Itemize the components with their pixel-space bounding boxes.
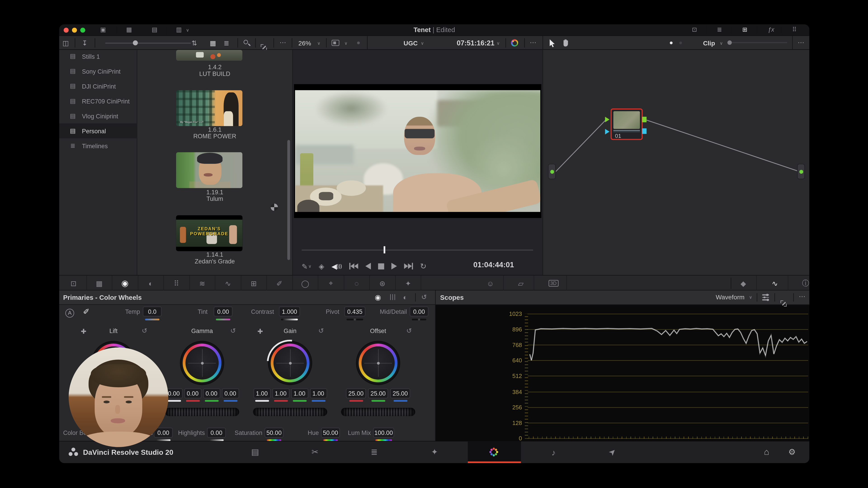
power-windows-icon[interactable]: ◯ <box>292 275 318 291</box>
split-screen-icon[interactable] <box>332 40 339 46</box>
panel-resize-handle[interactable] <box>271 203 278 211</box>
secondary-slider[interactable] <box>156 439 170 441</box>
hdr-wheels-icon[interactable]: ◐ <box>138 275 164 291</box>
thumb-size-slider[interactable] <box>105 43 191 44</box>
sidebar-item-vlog-ciniprint[interactable]: ▤ Vlog Ciniprint <box>59 108 137 123</box>
stop-button[interactable] <box>378 263 384 269</box>
sidebar-item-dji-ciniprint[interactable]: ▤ DJI CiniPrint <box>59 78 137 94</box>
color-warper-icon[interactable]: ⊞ <box>241 275 267 291</box>
wheel-channel-value[interactable]: 25.00 <box>391 388 410 398</box>
play-button[interactable] <box>391 263 397 269</box>
chevron-down-icon[interactable]: ∨ <box>421 41 424 46</box>
key-output-port[interactable] <box>642 128 647 134</box>
effects-fx-icon[interactable]: ƒx <box>768 26 774 33</box>
secondary-slider[interactable] <box>323 439 338 441</box>
mixer-icon[interactable]: ≣ <box>717 26 722 33</box>
hand-tool-icon[interactable] <box>562 39 569 47</box>
chevron-down-icon[interactable]: ∨ <box>749 295 752 300</box>
adjustment-slider[interactable] <box>346 319 363 320</box>
adjustment-slider[interactable] <box>281 319 298 320</box>
chevron-down-icon[interactable]: ∨ <box>344 41 347 46</box>
scope-options-icon[interactable]: ⋯ <box>799 293 806 300</box>
wheel-reset-icon[interactable]: ↺ <box>230 327 236 335</box>
node-mode-selector[interactable]: Clip <box>703 40 715 46</box>
info-icon[interactable]: ⓘ <box>793 275 818 291</box>
timeline-monitor-icon[interactable]: ⊡ <box>692 26 697 33</box>
gamma-master-wheel[interactable] <box>165 408 239 416</box>
gallery-still-1.14.1[interactable]: ZEDAN'S POWERGRADE <box>176 215 243 251</box>
rgb-input-port[interactable] <box>605 117 610 122</box>
sidebar-toggle-icon[interactable]: ◫ <box>63 39 69 47</box>
rgb-mixer-icon[interactable]: ⠿ <box>164 275 190 291</box>
node-zoom-slider[interactable] <box>732 42 787 43</box>
cut-page-button[interactable]: ✂ <box>303 441 327 463</box>
sort-icon[interactable]: ⇅ <box>191 39 197 47</box>
step-back-button[interactable] <box>365 263 371 269</box>
gallery-still-1.6.1[interactable]: My "Megan Fox" LUT <box>176 90 243 126</box>
motion-effects-icon[interactable]: ≋ <box>190 275 215 291</box>
grab-still-button[interactable]: ✐∨ <box>301 262 311 270</box>
wheel-reset-icon[interactable]: ↺ <box>318 327 324 335</box>
wheel-channel-value[interactable]: 25.00 <box>368 388 388 398</box>
wheel-channel-value[interactable]: 1.00 <box>253 388 270 398</box>
fusion-page-button[interactable]: ✦ <box>423 441 447 463</box>
chevron-down-icon[interactable]: ∨ <box>317 41 320 46</box>
settings-gear-icon[interactable]: ⚙ <box>788 447 796 457</box>
secondary-value[interactable]: 0.00 <box>154 428 173 437</box>
fullscreen-gallery-icon[interactable] <box>260 44 267 51</box>
playhead[interactable] <box>383 246 385 254</box>
thumb-size-slider-knob[interactable] <box>133 40 138 45</box>
search-icon[interactable] <box>244 40 248 44</box>
open-fx-icon[interactable]: ✦ <box>396 275 421 291</box>
gain-master-wheel[interactable] <box>253 408 327 416</box>
sidebar-item-personal[interactable]: ▤ Personal <box>59 123 137 138</box>
key-input-port[interactable] <box>605 129 610 134</box>
log-wheels-icon[interactable]: ◐ <box>403 293 407 302</box>
sidebar-item-stills-1[interactable]: ▤ Stills 1 <box>59 49 137 64</box>
viewer-video[interactable] <box>294 84 541 218</box>
wheel-reset-icon[interactable]: ↺ <box>142 327 147 335</box>
qualifier-icon[interactable]: ✐ <box>267 275 292 291</box>
sidebar-item-timelines[interactable]: ≣ Timelines <box>59 138 137 153</box>
import-still-icon[interactable]: ↧ <box>82 39 88 47</box>
adjustment-slider[interactable] <box>216 319 230 320</box>
adjustment-value[interactable]: 0.00 <box>410 306 428 317</box>
wheel-channel-value[interactable]: 0.00 <box>203 388 220 398</box>
color-wheels-icon[interactable]: ◉ <box>112 275 138 291</box>
lightbox-grid-icon[interactable]: ⠿ <box>792 26 797 33</box>
scope-mode-selector[interactable]: Waveform <box>716 294 745 300</box>
tracker-icon[interactable]: ⌖ <box>318 275 344 291</box>
wheel-channel-value[interactable]: 1.00 <box>310 388 327 398</box>
secondary-value[interactable]: 0.00 <box>207 428 226 437</box>
zoom-level[interactable]: 26% <box>298 40 311 46</box>
source-node[interactable] <box>548 164 556 180</box>
viewer-options-icon[interactable]: ⋯ <box>530 39 537 46</box>
go-to-end-button[interactable] <box>404 263 413 269</box>
adjustment-value[interactable]: 1.000 <box>279 306 300 317</box>
secondary-value[interactable]: 100.00 <box>373 428 394 437</box>
camera-raw-icon[interactable]: ⊡ <box>61 275 87 291</box>
bars-mode-icon[interactable]: ||| <box>390 293 396 300</box>
white-balance-picker-icon[interactable]: ✐ <box>83 307 90 316</box>
list-view-icon[interactable]: ≣ <box>223 39 229 47</box>
mute-button[interactable]: ◀))) <box>331 262 342 270</box>
adjustment-slider[interactable] <box>412 319 426 320</box>
gallery-still-1.4.2[interactable] <box>176 50 243 61</box>
sidebar-item-sony-ciniprint[interactable]: ▤ Sony CiniPrint <box>59 64 137 78</box>
adjustment-value[interactable]: 0.0 <box>143 306 162 317</box>
output-node[interactable] <box>797 164 805 180</box>
gallery-options-icon[interactable]: ⋯ <box>280 39 287 46</box>
fairlight-page-button[interactable]: ♪ <box>541 441 566 463</box>
corrector-node[interactable]: 01 <box>611 108 643 140</box>
magic-mask-icon[interactable]: ☺ <box>477 275 503 291</box>
adjustment-slider[interactable] <box>145 319 160 320</box>
wheel-channel-value[interactable]: 1.00 <box>291 388 308 398</box>
grid-view-icon[interactable]: ▦ <box>210 39 216 47</box>
offset-color-wheel[interactable] <box>356 341 400 385</box>
nodes-panel-icon[interactable]: ⊞ <box>742 26 747 33</box>
gain-color-wheel[interactable] <box>268 341 312 385</box>
stereo-3d-icon[interactable]: 3D <box>541 275 567 291</box>
wheels-mode-icon[interactable]: ◉ <box>375 293 381 302</box>
secondary-value[interactable]: 50.00 <box>321 428 340 437</box>
secondary-value[interactable]: 50.00 <box>265 428 283 437</box>
